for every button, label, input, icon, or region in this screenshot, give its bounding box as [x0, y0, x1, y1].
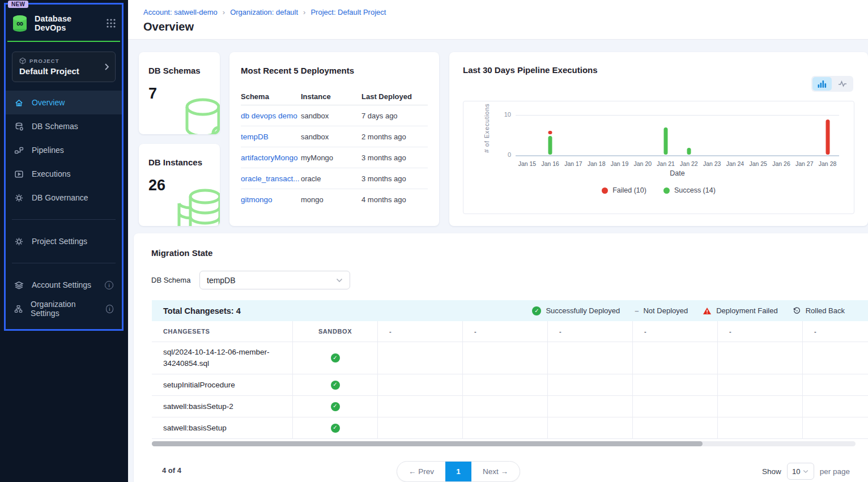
- org-chart-icon: [14, 304, 23, 314]
- empty-cell: [463, 374, 548, 396]
- changeset-name: sql/2024-10-14-12-06-member-34240854.sql: [152, 342, 293, 374]
- chart-type-toggle: [811, 76, 853, 92]
- app-switcher-grid-icon[interactable]: [106, 18, 116, 28]
- empty-cell: [633, 342, 718, 374]
- project-label: PROJECT: [29, 58, 59, 64]
- schema-link[interactable]: artifactoryMongo: [241, 153, 301, 162]
- chart-column: Jan 21: [654, 115, 678, 155]
- play-square-icon: [14, 169, 24, 179]
- chart-column: Jan 28: [816, 115, 839, 155]
- divider: [12, 263, 116, 263]
- topbar: Account: satwell-demo › Organization: de…: [128, 0, 868, 40]
- x-tick-label: Jan 21: [657, 160, 675, 167]
- db-schema-label: DB Schema: [151, 276, 190, 284]
- legend-label: Not Deployed: [643, 306, 688, 315]
- next-page-button[interactable]: Next →: [471, 462, 520, 481]
- breadcrumb-account-link[interactable]: Account: satwell-demo: [143, 8, 218, 16]
- sidebar-item-db-schemas[interactable]: DB Schemas: [6, 114, 122, 138]
- x-tick-label: Jan 18: [588, 160, 606, 167]
- changeset-name: satwell:basisSetup-2: [152, 396, 293, 417]
- x-tick-label: Jan 25: [749, 160, 767, 167]
- schema-link[interactable]: tempDB: [241, 133, 301, 141]
- check-circle-icon: [331, 424, 340, 433]
- chart-column: Jan 23: [700, 115, 724, 155]
- x-tick-label: Jan 16: [541, 160, 559, 167]
- horizontal-scrollbar-thumb[interactable]: [152, 441, 703, 446]
- page-size-select[interactable]: 10: [787, 463, 814, 480]
- gear-icon: [14, 193, 24, 203]
- sidebar-item-project-settings[interactable]: Project Settings: [6, 229, 122, 253]
- bar-chart-toggle-button[interactable]: [812, 77, 832, 91]
- sidebar-item-label: Account Settings: [32, 280, 91, 289]
- column-header: Instance: [301, 92, 361, 101]
- empty-cell: [378, 374, 463, 396]
- breadcrumb-org-link[interactable]: Organization: default: [230, 8, 298, 16]
- db-schemas-count: 7: [148, 85, 157, 103]
- column-header-empty: -: [378, 321, 463, 342]
- schema-link[interactable]: oracle_transact...: [241, 174, 301, 183]
- x-tick-label: Jan 20: [634, 160, 652, 167]
- sidebar-item-organization-settings[interactable]: Organization Settings i: [6, 297, 122, 321]
- breadcrumb-project-link[interactable]: Project: Default Project: [310, 8, 386, 16]
- page-size-control: Show 10 per page: [762, 463, 850, 480]
- app-window: NEW ∞ Database DevOps: [0, 0, 868, 482]
- horizontal-scrollbar-track[interactable]: [152, 441, 856, 446]
- x-tick-label: Jan 17: [564, 160, 582, 167]
- pagination: ← Prev 1 Next →: [397, 461, 520, 482]
- sidebar-item-executions[interactable]: Executions: [6, 162, 122, 186]
- show-label: Show: [762, 467, 781, 476]
- sidebar-item-db-governance[interactable]: DB Governance: [6, 186, 122, 210]
- info-icon[interactable]: i: [106, 305, 114, 313]
- x-tick-label: Jan 23: [703, 160, 721, 167]
- card-title: DB Schemas: [148, 66, 201, 75]
- x-tick-label: Jan 15: [518, 160, 537, 167]
- empty-cell: [378, 417, 463, 439]
- page-number-button[interactable]: 1: [445, 462, 471, 481]
- y-tick-label: 0: [496, 151, 511, 158]
- legend-not-deployed: – Not Deployed: [635, 306, 688, 315]
- table-row: artifactoryMongo myMongo 3 months ago: [241, 147, 428, 168]
- prev-page-button[interactable]: ← Prev: [397, 462, 445, 481]
- chart-legend: Failed (10) Success (14): [463, 186, 854, 194]
- legend-deployment-failed: Deployment Failed: [703, 306, 777, 315]
- sidebar-item-label: Organization Settings: [31, 300, 97, 318]
- chart-column: Jan 27: [793, 115, 816, 155]
- empty-cell: [378, 342, 463, 374]
- breadcrumb: Account: satwell-demo › Organization: de…: [143, 8, 386, 16]
- changesets-table: CHANGESETS SANDBOX - - - - - - sql/2024-…: [152, 321, 868, 439]
- empty-cell: [803, 374, 868, 396]
- database-icon: [14, 122, 24, 131]
- bar-failed: [826, 120, 829, 155]
- success-dot-icon: [663, 187, 670, 194]
- line-chart-toggle-button[interactable]: [833, 77, 852, 91]
- schema-link[interactable]: db devops demo: [241, 112, 301, 120]
- chevron-down-icon: [336, 278, 343, 283]
- sidebar-item-pipelines[interactable]: Pipelines: [6, 138, 122, 162]
- pulse-line-icon: [838, 80, 847, 88]
- bar-chart-icon: [818, 80, 827, 88]
- schema-link[interactable]: gitmongo: [241, 195, 301, 204]
- last-deployed-cell: 4 months ago: [361, 195, 428, 204]
- empty-cell: [803, 396, 868, 417]
- breadcrumb-separator: ›: [223, 8, 225, 16]
- empty-cell: [718, 396, 803, 417]
- database-cylinder-icon: [176, 96, 220, 134]
- info-icon[interactable]: i: [105, 281, 113, 289]
- chart-column: Jan 16: [539, 115, 562, 155]
- sidebar-item-account-settings[interactable]: Account Settings i: [6, 273, 122, 297]
- chart-column: Jan 24: [724, 115, 747, 155]
- table-row: db devops demo sandbox 7 days ago: [241, 105, 428, 126]
- chart-plot: Jan 15Jan 16Jan 17Jan 18Jan 19Jan 20Jan …: [516, 115, 839, 155]
- legend-successfully-deployed: Successfully Deployed: [532, 306, 620, 315]
- rolled-back-icon: [793, 306, 801, 315]
- instance-cell: myMongo: [301, 153, 361, 162]
- check-circle-icon: [331, 402, 340, 411]
- changeset-name: setupInitialProcedure: [152, 374, 293, 396]
- db-schema-select[interactable]: tempDB: [199, 271, 350, 289]
- empty-cell: [548, 374, 633, 396]
- gear-icon: [14, 237, 24, 246]
- new-badge: NEW: [8, 1, 28, 8]
- sidebar-item-overview[interactable]: Overview: [6, 91, 122, 114]
- db-schemas-card: DB Schemas 7: [139, 52, 220, 134]
- project-selector[interactable]: PROJECT Default Project: [12, 52, 116, 82]
